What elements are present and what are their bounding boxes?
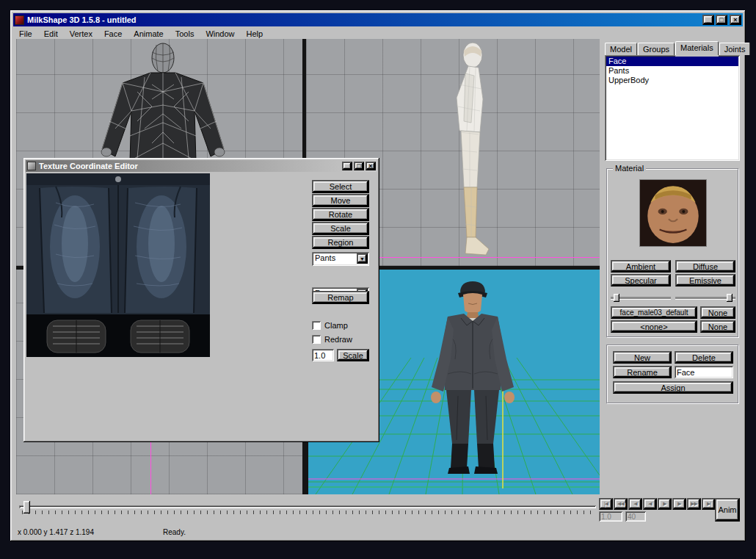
texture-editor-title: Texture Coordinate Editor — [39, 162, 138, 170]
material-texture-preview[interactable] — [639, 179, 707, 247]
texture-editor-title-bar[interactable]: Texture Coordinate Editor _ □ × — [26, 160, 377, 172]
shininess-slider-track — [611, 297, 671, 299]
texture-editor-icon — [27, 162, 36, 170]
texture-editor-maximize-button[interactable]: □ — [354, 162, 364, 170]
frame-slider-thumb[interactable] — [23, 501, 30, 513]
milkshape-window: MilkShape 3D 1.5.8 - untitled _ □ × File… — [10, 10, 746, 541]
alphamap-button[interactable]: <none> — [611, 320, 697, 333]
first-frame-button[interactable]: |◀ — [599, 498, 613, 510]
tab-materials[interactable]: Materials — [675, 41, 719, 55]
select-tool-button[interactable]: Select — [312, 180, 369, 193]
total-frames-input[interactable] — [625, 511, 646, 522]
region-tool-button[interactable]: Region — [312, 236, 369, 249]
status-bar: x 0.000 y 1.417 z 1.194 Ready. — [16, 526, 741, 539]
alphamap-none-button[interactable]: None — [700, 320, 735, 333]
tab-groups[interactable]: Groups — [638, 43, 675, 55]
material-dropdown-value: Pants — [315, 253, 335, 262]
material-dropdown[interactable]: Pants ▼ — [312, 252, 369, 266]
redraw-checkbox[interactable] — [312, 335, 321, 344]
close-button[interactable]: × — [730, 15, 741, 25]
menu-face[interactable]: Face — [98, 28, 128, 40]
texture-editor-close-button[interactable]: × — [366, 162, 376, 170]
texture-canvas[interactable] — [26, 173, 210, 357]
panel-tabs: Model Groups Materials Joints — [605, 40, 751, 55]
scale-tool-button[interactable]: Scale — [312, 222, 369, 235]
menu-window[interactable]: Window — [200, 28, 240, 40]
delete-material-button[interactable]: Delete — [675, 351, 733, 364]
timeline-bar: |◀ ◀◀ ◀ ◀ ▶ ▶ ▶▶ ▶| Anim — [16, 497, 741, 524]
texture-editor-minimize-button[interactable]: _ — [342, 162, 352, 170]
move-tool-button[interactable]: Move — [312, 194, 369, 207]
current-frame-input[interactable] — [599, 511, 622, 522]
texture-map-button[interactable]: face_male03_default — [611, 306, 697, 319]
status-message: Ready. — [163, 528, 186, 536]
redraw-label: Redraw — [324, 335, 352, 344]
tab-model[interactable]: Model — [605, 43, 637, 55]
textured-character-model — [410, 278, 536, 491]
texture-scale-input[interactable] — [312, 349, 334, 361]
list-item-pants[interactable]: Pants — [606, 66, 738, 76]
redraw-checkbox-row: Redraw — [312, 335, 352, 344]
shininess-slider[interactable] — [611, 293, 671, 302]
side-panel: Model Groups Materials Joints Face Pants… — [603, 39, 741, 494]
list-item-upperbody[interactable]: UpperBody — [606, 76, 738, 85]
tab-joints[interactable]: Joints — [719, 43, 751, 55]
anim-toggle-button[interactable]: Anim — [715, 498, 740, 522]
clamp-checkbox-row: Clamp — [312, 321, 348, 330]
assign-material-button[interactable]: Assign — [613, 381, 733, 394]
diffuse-button[interactable]: Diffuse — [675, 260, 735, 273]
wireframe-side-model — [435, 40, 504, 261]
menu-tools[interactable]: Tools — [170, 28, 200, 40]
shininess-slider-thumb[interactable] — [614, 294, 619, 302]
material-dropdown-arrow-icon[interactable]: ▼ — [357, 253, 368, 264]
maximize-button[interactable]: □ — [716, 15, 727, 25]
minimize-button[interactable]: _ — [702, 15, 714, 25]
remap-button[interactable]: Remap — [312, 291, 369, 304]
frame-slider-ticks — [22, 511, 593, 514]
rotate-tool-button[interactable]: Rotate — [312, 208, 369, 221]
last-frame-button[interactable]: ▶| — [702, 498, 716, 510]
pants-texture-image — [26, 173, 210, 357]
play-backward-button[interactable]: ◀ — [643, 498, 657, 510]
transparency-slider-thumb[interactable] — [727, 294, 733, 302]
frame-slider-track — [19, 505, 596, 508]
menu-animate[interactable]: Animate — [128, 28, 169, 40]
title-bar[interactable]: MilkShape 3D 1.5.8 - untitled _ □ × — [13, 13, 743, 26]
emissive-button[interactable]: Emissive — [675, 274, 735, 286]
texture-editor-window: Texture Coordinate Editor _ □ × — [23, 158, 379, 442]
window-title: MilkShape 3D 1.5.8 - untitled — [27, 15, 137, 24]
next-keyframe-button[interactable]: ▶▶ — [687, 498, 701, 510]
rename-material-button[interactable]: Rename — [613, 366, 672, 378]
ambient-button[interactable]: Ambient — [611, 260, 671, 273]
material-actions-group: New Delete Rename Assign — [606, 345, 738, 403]
menu-help[interactable]: Help — [241, 28, 269, 40]
play-forward-button[interactable]: ▶ — [658, 498, 672, 510]
menu-edit[interactable]: Edit — [38, 28, 64, 40]
material-group-label: Material — [613, 164, 646, 173]
transparency-slider[interactable] — [675, 293, 735, 302]
specular-button[interactable]: Specular — [611, 274, 671, 286]
desktop: MilkShape 3D 1.5.8 - untitled _ □ × File… — [0, 0, 756, 559]
wireframe-front-model — [93, 40, 233, 161]
clamp-label: Clamp — [324, 321, 348, 330]
texture-none-button[interactable]: None — [700, 306, 735, 319]
new-material-button[interactable]: New — [613, 351, 672, 364]
cursor-coordinates: x 0.000 y 1.417 z 1.194 — [18, 528, 94, 536]
material-group: Material — [606, 168, 738, 337]
materials-list[interactable]: Face Pants UpperBody — [605, 55, 740, 161]
prev-keyframe-button[interactable]: ◀◀ — [614, 498, 628, 510]
clamp-checkbox[interactable] — [312, 321, 321, 330]
menu-file[interactable]: File — [13, 28, 38, 40]
menu-vertex[interactable]: Vertex — [64, 28, 98, 40]
rename-input[interactable] — [675, 366, 733, 378]
next-frame-button[interactable]: ▶ — [672, 498, 686, 510]
app-icon — [15, 15, 24, 25]
face-texture-image — [640, 180, 706, 246]
frame-slider[interactable] — [19, 500, 596, 517]
prev-frame-button[interactable]: ◀ — [628, 498, 642, 510]
list-item-face[interactable]: Face — [606, 57, 738, 66]
texture-scale-button[interactable]: Scale — [337, 349, 369, 361]
